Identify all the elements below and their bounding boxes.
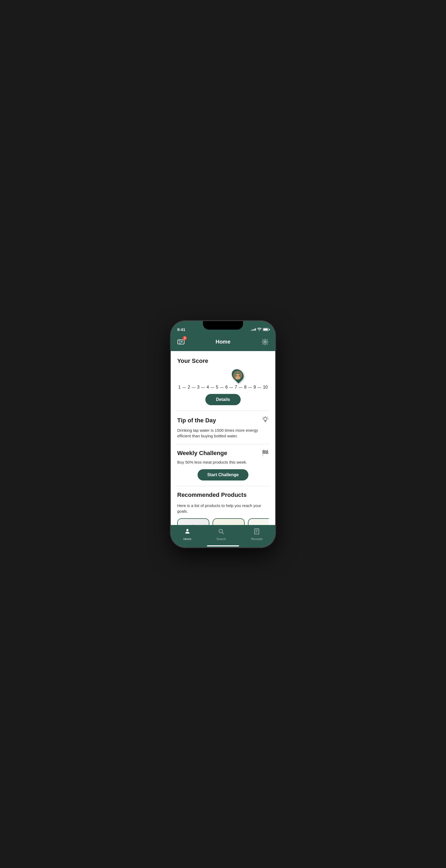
header-title: Home bbox=[215, 339, 231, 345]
products-title: Recommended Products bbox=[177, 492, 269, 498]
coupon-button-wrapper[interactable]: 3 bbox=[176, 337, 186, 347]
lightbulb-icon bbox=[262, 416, 269, 425]
home-bar bbox=[207, 545, 239, 547]
main-content: Your Score bbox=[171, 351, 275, 525]
status-time: 9:41 bbox=[177, 327, 185, 332]
svg-point-4 bbox=[264, 341, 266, 343]
svg-point-33 bbox=[186, 529, 188, 531]
battery-icon bbox=[263, 328, 269, 331]
bottom-nav: Home Search bbox=[171, 525, 275, 546]
products-subtitle: Here is a list of products to help you r… bbox=[177, 503, 269, 514]
flag-icon: 🏁 bbox=[262, 450, 269, 457]
notch bbox=[203, 321, 243, 330]
notification-badge: 3 bbox=[182, 336, 187, 340]
product-card-apple[interactable] bbox=[177, 518, 209, 525]
status-icons bbox=[251, 328, 269, 332]
start-challenge-button[interactable]: Start Challenge bbox=[198, 469, 248, 480]
score-2: 2 bbox=[188, 385, 190, 390]
nav-home[interactable]: Home bbox=[183, 528, 191, 540]
phone-frame: 9:41 bbox=[171, 321, 275, 547]
nav-receipts[interactable]: Receipts bbox=[251, 528, 263, 540]
score-marker bbox=[232, 369, 243, 382]
svg-line-14 bbox=[263, 417, 263, 417]
nav-search[interactable]: Search bbox=[216, 528, 226, 540]
score-section: Your Score bbox=[171, 351, 275, 410]
product-card-peas[interactable] bbox=[212, 518, 245, 525]
tip-section: Tip of the Day bbox=[171, 411, 275, 444]
nav-search-label: Search bbox=[216, 537, 226, 540]
score-6: 6 bbox=[226, 385, 228, 390]
challenge-header: Weekly Challenge 🏁 bbox=[177, 450, 269, 457]
app-header: 3 Home bbox=[171, 334, 275, 351]
details-button[interactable]: Details bbox=[205, 394, 241, 405]
svg-rect-36 bbox=[254, 529, 259, 534]
score-9: 9 bbox=[253, 385, 256, 390]
receipt-icon bbox=[253, 528, 260, 536]
score-3: 3 bbox=[197, 385, 200, 390]
settings-button[interactable] bbox=[260, 337, 270, 347]
score-8: 8 bbox=[244, 385, 246, 390]
tip-header: Tip of the Day bbox=[177, 416, 269, 425]
svg-rect-0 bbox=[178, 340, 184, 344]
home-indicator bbox=[171, 546, 275, 547]
score-1: 1 bbox=[178, 385, 181, 390]
score-numbers: 1 — 2 — 3 — 4 — 5 — 6 — 7 — 8 bbox=[178, 385, 268, 390]
product-card-greens[interactable] bbox=[248, 518, 269, 525]
svg-line-35 bbox=[222, 532, 224, 534]
nav-home-label: Home bbox=[183, 537, 191, 540]
home-person-icon bbox=[184, 528, 191, 536]
score-title: Your Score bbox=[177, 358, 269, 365]
products-section: Recommended Products Here is a list of p… bbox=[171, 486, 275, 525]
score-pin bbox=[230, 367, 246, 383]
challenge-text: Buy 50% less meat products this week. bbox=[177, 459, 269, 465]
avatar bbox=[234, 371, 242, 379]
products-row bbox=[177, 518, 269, 525]
score-scale: 1 — 2 — 3 — 4 — 5 — 6 — 7 — 8 bbox=[177, 369, 269, 390]
challenge-section: Weekly Challenge 🏁 Buy 50% less meat pro… bbox=[171, 444, 275, 486]
tip-title: Tip of the Day bbox=[177, 417, 216, 424]
nav-receipts-label: Receipts bbox=[251, 537, 263, 540]
score-5: 5 bbox=[216, 385, 218, 390]
signal-icon bbox=[251, 328, 256, 331]
svg-line-15 bbox=[267, 417, 268, 417]
search-icon bbox=[218, 528, 224, 536]
score-4: 4 bbox=[206, 385, 209, 390]
phone-screen: 9:41 bbox=[171, 321, 275, 547]
wifi-icon bbox=[257, 328, 262, 332]
tip-text: Drinking tap water is 1500 times more en… bbox=[177, 428, 269, 439]
score-10: 10 bbox=[263, 385, 268, 390]
score-7: 7 bbox=[235, 385, 237, 390]
challenge-title: Weekly Challenge bbox=[177, 450, 227, 457]
